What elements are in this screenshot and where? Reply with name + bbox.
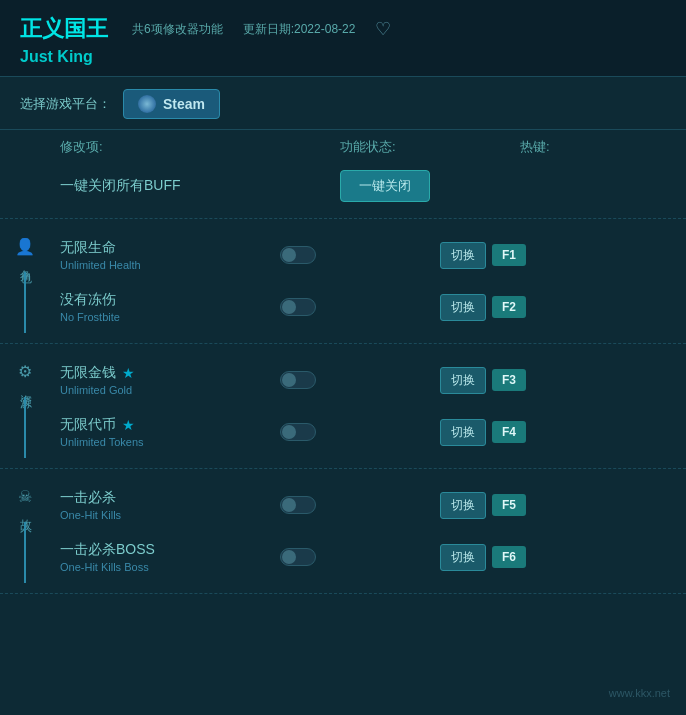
hotkey-group-resources-1: 切换F4 [440,419,666,446]
mod-row-resources-0: 无限金钱★Unlimited Gold切换F3 [60,354,666,406]
hotkey-toggle-btn-resources-1[interactable]: 切换 [440,419,486,446]
section-icon-resources: ⚙ [18,362,32,381]
toggle-switch-character-1[interactable] [280,298,316,316]
section-content-enemy: 一击必杀One-Hit Kills切换F5一击必杀BOSSOne-Hit Kil… [50,479,686,583]
toggle-knob-character-1 [282,300,296,314]
star-badge-resources-0: ★ [122,365,135,381]
mod-name-en-enemy-1: One-Hit Kills Boss [60,561,280,573]
hotkey-key-character-0: F1 [492,244,526,266]
game-title-en: Just King [20,48,666,66]
hotkey-toggle-btn-enemy-1[interactable]: 切换 [440,544,486,571]
section-bar-resources [24,397,26,458]
mod-name-cell-character-1: 没有冻伤No Frostbite [60,291,280,323]
section-sidebar-resources: ⚙资源 [0,354,50,458]
toggle-cell-enemy-0 [280,496,440,514]
hotkey-key-enemy-1: F6 [492,546,526,568]
mod-row-enemy-1: 一击必杀BOSSOne-Hit Kills Boss切换F6 [60,531,666,583]
mod-name-en-character-0: Unlimited Health [60,259,280,271]
heart-icon[interactable]: ♡ [375,18,391,40]
hotkey-key-enemy-0: F5 [492,494,526,516]
toggle-knob-resources-0 [282,373,296,387]
mod-name-en-resources-1: Unlimited Tokens [60,436,280,448]
hotkey-group-character-0: 切换F1 [440,242,666,269]
hotkey-key-resources-1: F4 [492,421,526,443]
mod-name-en-character-1: No Frostbite [60,311,280,323]
hotkey-toggle-btn-character-0[interactable]: 切换 [440,242,486,269]
section-icon-enemy: ☠ [18,487,32,506]
section-sidebar-character: 👤角色 [0,229,50,333]
mod-row-enemy-0: 一击必杀One-Hit Kills切换F5 [60,479,666,531]
one-key-button-cell: 一键关闭 [340,170,520,202]
section-resources: ⚙资源无限金钱★Unlimited Gold切换F3无限代币★Unlimited… [0,344,686,469]
hotkey-key-resources-0: F3 [492,369,526,391]
mod-name-cn-character-1: 没有冻伤 [60,291,280,309]
mod-name-cn-enemy-1: 一击必杀BOSS [60,541,280,559]
section-enemy: ☠故人一击必杀One-Hit Kills切换F5一击必杀BOSSOne-Hit … [0,469,686,594]
toggle-cell-character-1 [280,298,440,316]
sections-container: 👤角色无限生命Unlimited Health切换F1没有冻伤No Frostb… [0,219,686,594]
one-key-button[interactable]: 一键关闭 [340,170,430,202]
toggle-switch-resources-0[interactable] [280,371,316,389]
one-key-label: 一键关闭所有BUFF [60,177,340,195]
section-content-character: 无限生命Unlimited Health切换F1没有冻伤No Frostbite… [50,229,686,333]
col-hotkey: 热键: [520,138,686,156]
mod-name-cn-resources-0: 无限金钱★ [60,364,280,382]
platform-select-row: 选择游戏平台： Steam [0,77,686,130]
one-key-row: 一键关闭所有BUFF 一键关闭 [0,162,686,219]
star-badge-resources-1: ★ [122,417,135,433]
steam-button[interactable]: Steam [123,89,220,119]
toggle-switch-enemy-1[interactable] [280,548,316,566]
mod-count: 共6项修改器功能 [132,21,223,38]
hotkey-toggle-btn-enemy-0[interactable]: 切换 [440,492,486,519]
section-label-resources: 资源 [17,385,34,389]
mod-name-en-enemy-0: One-Hit Kills [60,509,280,521]
toggle-switch-resources-1[interactable] [280,423,316,441]
hotkey-group-enemy-1: 切换F6 [440,544,666,571]
mod-name-cell-enemy-1: 一击必杀BOSSOne-Hit Kills Boss [60,541,280,573]
mod-row-resources-1: 无限代币★Unlimited Tokens切换F4 [60,406,666,458]
game-title-cn: 正义国王 [20,14,108,44]
mod-row-character-0: 无限生命Unlimited Health切换F1 [60,229,666,281]
steam-icon [138,95,156,113]
mod-name-cell-character-0: 无限生命Unlimited Health [60,239,280,271]
toggle-cell-enemy-1 [280,548,440,566]
toggle-cell-resources-1 [280,423,440,441]
toggle-cell-resources-0 [280,371,440,389]
mod-name-cell-resources-0: 无限金钱★Unlimited Gold [60,364,280,396]
section-label-character: 角色 [17,260,34,264]
mod-name-cn-resources-1: 无限代币★ [60,416,280,434]
toggle-knob-enemy-0 [282,498,296,512]
toggle-switch-character-0[interactable] [280,246,316,264]
steam-label: Steam [163,96,205,112]
section-bar-character [24,272,26,333]
section-bar-enemy [24,522,26,583]
mod-name-en-resources-0: Unlimited Gold [60,384,280,396]
section-icon-character: 👤 [15,237,35,256]
hotkey-toggle-btn-resources-0[interactable]: 切换 [440,367,486,394]
section-content-resources: 无限金钱★Unlimited Gold切换F3无限代币★Unlimited To… [50,354,686,458]
section-sidebar-enemy: ☠故人 [0,479,50,583]
header-meta: 共6项修改器功能 更新日期:2022-08-22 ♡ [132,18,391,40]
hotkey-group-enemy-0: 切换F5 [440,492,666,519]
hotkey-key-character-1: F2 [492,296,526,318]
mod-name-cn-enemy-0: 一击必杀 [60,489,280,507]
update-date: 更新日期:2022-08-22 [243,21,356,38]
header: 正义国王 共6项修改器功能 更新日期:2022-08-22 ♡ Just Kin… [0,0,686,77]
toggle-knob-enemy-1 [282,550,296,564]
hotkey-group-character-1: 切换F2 [440,294,666,321]
mod-row-character-1: 没有冻伤No Frostbite切换F2 [60,281,666,333]
mod-name-cn-character-0: 无限生命 [60,239,280,257]
toggle-cell-character-0 [280,246,440,264]
toggle-knob-resources-1 [282,425,296,439]
hotkey-toggle-btn-character-1[interactable]: 切换 [440,294,486,321]
column-headers: 修改项: 功能状态: 热键: [0,130,686,162]
toggle-switch-enemy-0[interactable] [280,496,316,514]
hotkey-group-resources-0: 切换F3 [440,367,666,394]
mod-name-cell-enemy-0: 一击必杀One-Hit Kills [60,489,280,521]
col-mod: 修改项: [60,138,340,156]
watermark: www.kkx.net [609,687,670,699]
toggle-knob-character-0 [282,248,296,262]
mod-name-cell-resources-1: 无限代币★Unlimited Tokens [60,416,280,448]
section-label-enemy: 故人 [17,510,34,514]
section-character: 👤角色无限生命Unlimited Health切换F1没有冻伤No Frostb… [0,219,686,344]
